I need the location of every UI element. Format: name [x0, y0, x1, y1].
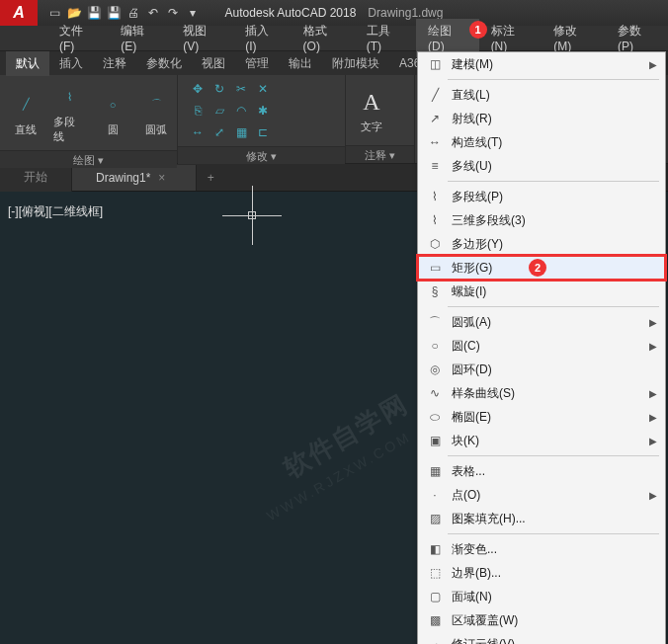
menu-item-ray[interactable]: ↗射线(R): [418, 107, 665, 130]
draw-menu-dropdown: ◫建模(M)▶╱直线(L)↗射线(R)↔构造线(T)≡多线(U)⌇多段线(P)⌇…: [417, 51, 666, 644]
menu-item-polygon[interactable]: ⬡多边形(Y): [418, 232, 665, 256]
menu-view[interactable]: 视图(V): [171, 19, 233, 57]
menu-item-label: 多边形(Y): [452, 236, 657, 253]
polyline-button[interactable]: ⌇多段线: [49, 79, 89, 146]
menu-item-label: 螺旋(I): [452, 283, 657, 300]
menu-item-table[interactable]: ▦表格...: [418, 459, 665, 483]
annotation-marker-1: 1: [469, 21, 487, 39]
move-icon[interactable]: ✥: [188, 79, 208, 99]
menu-item-label: 多段线(P): [452, 189, 657, 205]
text-icon: A: [356, 86, 387, 118]
trim-icon[interactable]: ✂: [231, 79, 251, 99]
menu-item-label: 区域覆盖(W): [452, 612, 657, 629]
watermark: 软件自学网: [278, 386, 415, 485]
circle-label: 圆: [108, 122, 119, 137]
line-button[interactable]: ╱直线: [6, 87, 45, 139]
menu-separator: [448, 455, 659, 456]
menu-item-circle[interactable]: ○圆(C)▶: [418, 334, 665, 358]
arc-label: 圆弧: [145, 122, 167, 137]
mline-icon: ≡: [424, 159, 446, 173]
copy-icon[interactable]: ⎘: [188, 101, 208, 121]
menu-bar: 文件(F) 编辑(E) 视图(V) 插入(I) 格式(O) 工具(T) 绘图(D…: [0, 26, 668, 51]
menu-item-modeling[interactable]: ◫建模(M)▶: [418, 52, 665, 76]
menu-item-label: 多线(U): [452, 158, 657, 175]
line-label: 直线: [15, 122, 37, 137]
arc-icon: ⌒: [424, 314, 446, 331]
menu-tools[interactable]: 工具(T): [355, 19, 416, 57]
rotate-icon[interactable]: ↻: [209, 79, 229, 99]
menu-item-block[interactable]: ▣块(K)▶: [418, 429, 665, 452]
arc-button[interactable]: ⌒圆弧: [136, 87, 176, 139]
panel-draw-title[interactable]: 绘图 ▾: [0, 150, 177, 168]
menu-item-wipeout[interactable]: ▩区域覆盖(W): [418, 608, 665, 632]
menu-item-region[interactable]: ▢面域(N): [418, 585, 665, 608]
text-button[interactable]: A文字: [352, 84, 391, 136]
submenu-arrow-icon: ▶: [649, 388, 657, 399]
menu-item-label: 边界(B)...: [452, 565, 657, 582]
panel-modify-title[interactable]: 修改 ▾: [178, 146, 345, 164]
menu-draw-label: 绘图(D): [428, 24, 452, 53]
menu-item-3dpoly[interactable]: ⌇三维多段线(3): [418, 208, 665, 232]
menu-item-gradient[interactable]: ◧渐变色...: [418, 537, 665, 561]
erase-icon[interactable]: ✕: [253, 79, 273, 99]
submenu-arrow-icon: ▶: [649, 59, 657, 70]
menu-item-helix[interactable]: §螺旋(I): [418, 280, 665, 303]
app-logo[interactable]: A: [0, 0, 38, 26]
3dpoly-icon: ⌇: [424, 213, 446, 227]
stretch-icon[interactable]: ↔: [188, 122, 208, 142]
title-text: Autodesk AutoCAD 2018 Drawing1.dwg: [225, 6, 444, 20]
menu-item-mline[interactable]: ≡多线(U): [418, 154, 665, 178]
menu-item-donut[interactable]: ◎圆环(D): [418, 358, 665, 381]
rect-icon: ▭: [424, 261, 446, 275]
menu-item-label: 椭圆(E): [452, 409, 649, 426]
view-label[interactable]: [-][俯视][二维线框]: [8, 203, 103, 220]
menu-edit[interactable]: 编辑(E): [109, 19, 171, 57]
revcloud-icon: ☁: [424, 637, 446, 644]
menu-item-label: 表格...: [452, 463, 657, 480]
menu-insert[interactable]: 插入(I): [233, 19, 291, 57]
menu-item-line[interactable]: ╱直线(L): [418, 83, 665, 107]
wipeout-icon: ▩: [424, 613, 446, 627]
menu-item-boundary[interactable]: ⬚边界(B)...: [418, 561, 665, 585]
polygon-icon: ⬡: [424, 237, 446, 251]
menu-item-revcloud[interactable]: ☁修订云线(V): [418, 632, 665, 644]
circle-icon: ○: [97, 89, 128, 121]
menu-item-ellipse[interactable]: ⬭椭圆(E)▶: [418, 405, 665, 429]
annotation-marker-2: 2: [529, 259, 546, 277]
menu-item-label: 点(O): [452, 487, 649, 504]
menu-item-arc[interactable]: ⌒圆弧(A)▶: [418, 310, 665, 334]
circle-button[interactable]: ○圆: [93, 87, 132, 139]
explode-icon[interactable]: ✱: [253, 101, 273, 121]
line-icon: ╱: [10, 89, 42, 121]
spline-icon: ∿: [424, 386, 446, 400]
ellipse-icon: ⬭: [424, 410, 446, 424]
scale-icon[interactable]: ⤢: [209, 122, 229, 142]
menu-item-label: 面域(N): [452, 589, 657, 605]
doc-name: Drawing1.dwg: [368, 6, 443, 20]
donut-icon: ◎: [424, 362, 446, 376]
hatch-icon: ▨: [424, 512, 446, 525]
add-tab-button[interactable]: +: [197, 171, 224, 185]
mirror-icon[interactable]: ▱: [209, 101, 229, 121]
offset-icon[interactable]: ⊏: [253, 122, 273, 142]
rtab-default[interactable]: 默认: [6, 51, 49, 76]
menu-item-xline[interactable]: ↔构造线(T): [418, 130, 665, 154]
menu-item-label: 修订云线(V): [452, 636, 657, 645]
arc-icon: ⌒: [140, 89, 172, 121]
close-icon[interactable]: ×: [158, 171, 172, 185]
xline-icon: ↔: [424, 135, 446, 149]
panel-annotate-title[interactable]: 注释 ▾: [346, 145, 414, 163]
menu-item-pline[interactable]: ⌇多段线(P): [418, 185, 665, 208]
menu-format[interactable]: 格式(O): [292, 19, 355, 57]
fillet-icon[interactable]: ◠: [231, 101, 251, 121]
menu-item-point[interactable]: ·点(O)▶: [418, 483, 665, 507]
array-icon[interactable]: ▦: [231, 122, 251, 142]
menu-file[interactable]: 文件(F): [47, 19, 109, 57]
menu-item-label: 三维多段线(3): [452, 212, 657, 229]
panel-annotate: A文字 注释 ▾: [346, 75, 415, 163]
menu-item-label: 图案填充(H)...: [452, 511, 657, 527]
menu-item-hatch[interactable]: ▨图案填充(H)...: [418, 507, 665, 530]
menu-item-spline[interactable]: ∿样条曲线(S)▶: [418, 381, 665, 405]
menu-item-rect[interactable]: ▭矩形(G)2: [418, 256, 665, 280]
menu-item-label: 建模(M): [452, 56, 649, 73]
